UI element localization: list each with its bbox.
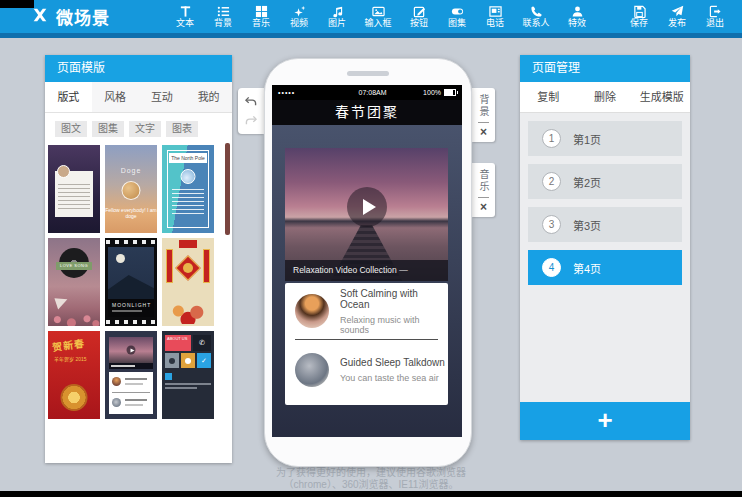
phone-tile: ✆ [193, 335, 211, 351]
play-icon [127, 346, 136, 355]
moon [116, 254, 125, 263]
templates-scrollbar[interactable] [225, 143, 230, 235]
tab-style[interactable]: 风格 [92, 82, 139, 112]
delete-page-button[interactable]: 删除 [577, 82, 634, 112]
undo-redo-box [238, 88, 264, 134]
save-button[interactable]: 保存 [620, 0, 658, 33]
signal-dots: ••••• [278, 89, 322, 96]
copy-page-button[interactable]: 复制 [520, 82, 577, 112]
toolbar-action-group: 保存 发布 退出 [620, 0, 734, 33]
list-item[interactable]: Soft Calming with Ocean Relaxing music w… [285, 283, 448, 339]
pages-panel-title: 页面管理 [520, 55, 690, 82]
template-thumb-video-collection[interactable] [105, 331, 157, 419]
logo-x-icon [30, 5, 50, 29]
toolbar-item-button[interactable]: 按钮 [400, 0, 438, 33]
toolbar-item-phone-call[interactable]: 电话 [476, 0, 514, 33]
close-icon[interactable]: × [480, 127, 487, 137]
template-thumb-new-year-fu[interactable] [162, 238, 214, 326]
page-item-1[interactable]: 1 第1页 [528, 121, 682, 156]
playlist-card: Soft Calming with Ocean Relaxing music w… [285, 283, 448, 405]
music-note-icon [331, 5, 344, 18]
page-number-badge: 2 [542, 172, 561, 191]
toolbar-item-effects[interactable]: 特效 [558, 0, 596, 33]
exit-button[interactable]: 退出 [696, 0, 734, 33]
toggle-icon [451, 5, 464, 18]
toolbar-item-text[interactable]: 文本 [166, 0, 204, 33]
edit-icon [413, 5, 426, 18]
tab-layout[interactable]: 版式 [45, 82, 92, 112]
save-icon [633, 5, 646, 18]
toolbar-item-input-box[interactable]: 输入框 [356, 0, 400, 33]
music-layer-tab[interactable]: 音乐 × [472, 163, 495, 217]
toolbar-item-gallery[interactable]: 图集 [438, 0, 476, 33]
toolbar-item-contacts[interactable]: 联系人 [514, 0, 558, 33]
template-thumb-moonlight[interactable]: MOONLIGHT [105, 238, 157, 326]
tab-interactive[interactable]: 互动 [139, 82, 186, 112]
page-item-2[interactable]: 2 第2页 [528, 164, 682, 199]
filter-chip-chart[interactable]: 图表 [166, 121, 198, 137]
list-icon [217, 5, 230, 18]
template-thumb-north-pole[interactable]: The North Pole [162, 145, 214, 233]
divider [478, 122, 489, 123]
list-item[interactable]: Guided Sleep Talkdown You can taste the … [285, 340, 448, 400]
templates-panel-title: 页面模版 [45, 55, 232, 82]
toolbar-item-background[interactable]: 背景 [204, 0, 242, 33]
phone-screen[interactable]: ••••• 07:08AM 100% 春节团聚 Relaxation Video… [272, 85, 462, 437]
battery-icon [444, 89, 456, 96]
page-content: Relaxation Video Collection — Soft Calmi… [272, 125, 462, 437]
browser-hint: 为了获得更好的使用，建议使用谷歌浏览器 （chrome）、360浏览器、IE11… [0, 467, 742, 491]
pages-list: 1 第1页 2 第2页 3 第3页 4 第4页 [520, 113, 690, 301]
templates-grid: Doge Fellow everybody! I am doge The Nor… [48, 145, 214, 419]
list-item-thumb [295, 294, 329, 328]
close-icon[interactable]: × [480, 202, 487, 212]
toolbar-item-music[interactable]: 音乐 [242, 0, 280, 33]
toolbar-insert-group: 文本 背景 音乐 视频 图片 输入框 [166, 0, 596, 33]
background-layer-tab[interactable]: 背景 × [472, 88, 495, 142]
filter-chip-gallery[interactable]: 图集 [92, 121, 124, 137]
phone-icon [530, 5, 543, 18]
text-icon [179, 5, 192, 18]
screen-artifact-bottom [0, 491, 742, 497]
template-thumb-tiles[interactable]: ABOUT US ✆ ✓ [162, 331, 214, 419]
status-bar: ••••• 07:08AM 100% [272, 85, 462, 100]
video-player[interactable]: Relaxation Video Collection — [285, 148, 448, 281]
sparkle-icon [293, 5, 306, 18]
play-button[interactable] [347, 187, 387, 227]
template-thumb-love-song[interactable]: LOVE SONG [48, 238, 100, 326]
screen-artifact-top-left [0, 0, 34, 8]
page-item-3[interactable]: 3 第3页 [528, 207, 682, 242]
check-icon: ✓ [197, 353, 211, 368]
add-page-button[interactable]: + [520, 402, 690, 440]
templates-filters: 图文 图集 文字 图表 [45, 113, 232, 137]
undo-icon[interactable] [244, 96, 258, 107]
publish-button[interactable]: 发布 [658, 0, 696, 33]
grid-icon [255, 5, 268, 18]
page-title[interactable]: 春节团聚 [272, 100, 462, 125]
editor-app: 微场景 文本 背景 音乐 视频 图片 [0, 0, 742, 497]
template-thumb-doge[interactable]: Doge Fellow everybody! I am doge [105, 145, 157, 233]
tab-mine[interactable]: 我的 [185, 82, 232, 112]
list-item-thumb [295, 353, 329, 387]
page-item-4-selected[interactable]: 4 第4页 [528, 250, 682, 285]
phone-speaker [347, 71, 389, 76]
toolbar-item-image[interactable]: 图片 [318, 0, 356, 33]
status-time: 07:08AM [322, 89, 423, 96]
template-thumb-hexinchun[interactable]: 贺新春 羊年贺岁 2015 [48, 331, 100, 419]
status-battery: 100% [423, 89, 456, 96]
redo-icon[interactable] [244, 115, 258, 126]
publish-icon [671, 5, 684, 18]
filter-chip-text[interactable]: 文字 [129, 121, 161, 137]
photo-frame-icon [489, 5, 502, 18]
template-thumb-avatar-quote[interactable] [48, 145, 100, 233]
divider [478, 197, 489, 198]
make-template-button[interactable]: 生成模版 [633, 82, 690, 112]
toolbar-item-video[interactable]: 视频 [280, 0, 318, 33]
pages-panel: 页面管理 复制 删除 生成模版 1 第1页 2 第2页 3 第3页 4 第4页 [520, 55, 690, 440]
toolbar-shadow-strip [0, 33, 742, 38]
person-icon [571, 5, 584, 18]
avatar [181, 169, 196, 184]
page-number-badge: 4 [542, 258, 561, 277]
filter-chip-imagetext[interactable]: 图文 [55, 121, 87, 137]
phone-preview: ••••• 07:08AM 100% 春节团聚 Relaxation Video… [264, 58, 472, 467]
image-icon [372, 5, 385, 18]
